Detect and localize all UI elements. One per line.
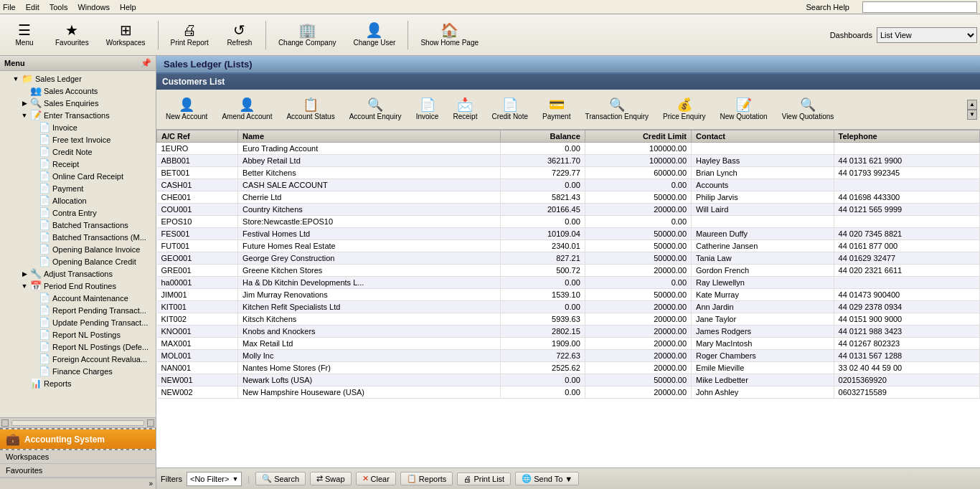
show-home-page-button[interactable]: 🏠 Show Home Page bbox=[413, 17, 486, 53]
favourites-button[interactable]: ★ Favourites bbox=[47, 17, 97, 53]
sidebar-item-adjust-transactions[interactable]: ▶ 🔧 Adjust Transactions bbox=[0, 267, 156, 280]
table-row[interactable]: ABB001 Abbey Retail Ltd 36211.70 100000.… bbox=[157, 155, 980, 167]
swap-button[interactable]: ⇄ Swap bbox=[310, 472, 352, 485]
sidebar-item-credit-note[interactable]: 📄 Credit Note bbox=[0, 146, 156, 158]
table-row[interactable]: NEW002 New Hampshire Houseware (USA) 0.0… bbox=[157, 386, 980, 399]
table-row[interactable]: GRE001 Greene Kitchen Stores 500.72 2000… bbox=[157, 265, 980, 277]
payment-button[interactable]: 💳 Payment bbox=[536, 92, 577, 128]
sidebar-item-opening-balance-credit[interactable]: 📄 Opening Balance Credit bbox=[0, 255, 156, 267]
sidebar-item-report-nl-postings-defe[interactable]: 📄 Report NL Postings (Defe... bbox=[0, 341, 156, 353]
menu-help[interactable]: Help bbox=[120, 3, 136, 11]
receipt-button[interactable]: 📩 Receipt bbox=[447, 92, 484, 128]
change-company-button[interactable]: 🏢 Change Company bbox=[270, 17, 344, 53]
sidebar-item-update-pending-transact[interactable]: 📄 Update Pending Transact... bbox=[0, 316, 156, 328]
cell-ac-ref: COU001 bbox=[157, 204, 238, 216]
table-row[interactable]: MAX001 Max Retail Ltd 1909.00 20000.00 M… bbox=[157, 338, 980, 350]
new-account-button[interactable]: 👤 New Account bbox=[159, 92, 214, 128]
workspaces-nav[interactable]: Workspaces bbox=[0, 450, 156, 464]
sidebar-expand[interactable]: » bbox=[0, 478, 156, 489]
accounting-system-item[interactable]: 💼 Accounting System bbox=[0, 429, 156, 449]
sidebar-pin[interactable]: 📌 bbox=[141, 58, 151, 68]
table-row[interactable]: KIT001 Kitchen Refit Specialists Ltd 0.0… bbox=[157, 301, 980, 313]
scroll-left-btn[interactable] bbox=[1, 419, 9, 427]
sidebar-item-report-pending-transact[interactable]: 📄 Report Pending Transact... bbox=[0, 304, 156, 316]
sidebar-item-foreign-account-revalua[interactable]: 📄 Foreign Account Revalua... bbox=[0, 353, 156, 365]
col-name[interactable]: Name bbox=[238, 130, 501, 143]
clear-button[interactable]: ✕ Clear bbox=[356, 472, 396, 485]
table-row[interactable]: NEW001 Newark Lofts (USA) 0.00 50000.00 … bbox=[157, 374, 980, 386]
table-row[interactable]: ha00001 Ha & Db Kitchin Developments L..… bbox=[157, 277, 980, 289]
table-row[interactable]: KIT002 Kitsch Kitchens 5939.63 20000.00 … bbox=[157, 313, 980, 326]
col-contact[interactable]: Contact bbox=[692, 130, 834, 143]
print-list-button[interactable]: 🖨 Print List bbox=[457, 473, 511, 485]
col-credit-limit[interactable]: Credit Limit bbox=[585, 130, 691, 143]
col-telephone[interactable]: Telephone bbox=[834, 130, 979, 143]
sidebar-item-payment[interactable]: 📄 Payment bbox=[0, 182, 156, 194]
change-user-button[interactable]: 👤 Change User bbox=[346, 17, 404, 53]
search-help-input[interactable] bbox=[862, 1, 977, 13]
sidebar-hscrollbar[interactable] bbox=[0, 417, 156, 427]
menu-button[interactable]: ☰ Menu bbox=[3, 17, 46, 53]
sidebar-item-batched-transactions[interactable]: 📄 Batched Transactions bbox=[0, 219, 156, 231]
table-row[interactable]: NAN001 Nantes Home Stores (Fr) 2525.62 2… bbox=[157, 362, 980, 374]
transaction-enquiry-button[interactable]: 🔍 Transaction Enquiry bbox=[578, 92, 655, 128]
menu-tools[interactable]: Tools bbox=[50, 3, 68, 11]
menu-file[interactable]: File bbox=[3, 3, 16, 11]
sidebar-item-receipt[interactable]: 📄 Receipt bbox=[0, 158, 156, 170]
col-ac-ref[interactable]: A/C Ref bbox=[157, 130, 238, 143]
scroll-down-btn[interactable]: ▼ bbox=[967, 110, 977, 120]
table-row[interactable]: JIM001 Jim Murray Renovations 1539.10 50… bbox=[157, 289, 980, 301]
table-row[interactable]: CHE001 Cherrie Ltd 5821.43 50000.00 Phil… bbox=[157, 191, 980, 204]
workspaces-button[interactable]: ⊞ Workspaces bbox=[98, 17, 154, 53]
scroll-track[interactable] bbox=[11, 420, 144, 426]
table-row[interactable]: CASH01 CASH SALE ACCOUNT 0.00 0.00 Accou… bbox=[157, 179, 980, 191]
sidebar-item-enter-transactions[interactable]: ▼ 📝 Enter Transactions bbox=[0, 109, 156, 121]
refresh-button[interactable]: ↺ Refresh bbox=[218, 17, 261, 53]
sidebar-item-sales-accounts[interactable]: 👥 Sales Accounts bbox=[0, 85, 156, 97]
sidebar-item-sales-ledger[interactable]: ▼ 📁 Sales Ledger bbox=[0, 72, 156, 85]
menu-edit[interactable]: Edit bbox=[26, 3, 39, 11]
price-enquiry-button[interactable]: 💰 Price Enquiry bbox=[656, 92, 712, 128]
print-report-button[interactable]: 🖨 Print Report bbox=[163, 17, 217, 53]
sidebar-item-free-text-invoice[interactable]: 📄 Free text Invoice bbox=[0, 133, 156, 146]
sidebar-item-reports[interactable]: 📊 Reports bbox=[0, 377, 156, 389]
sidebar-item-online-card-receipt[interactable]: 📄 Online Card Receipt bbox=[0, 170, 156, 182]
sidebar-item-batched-transactions-m[interactable]: 📄 Batched Transactions (M... bbox=[0, 231, 156, 243]
sidebar-item-finance-charges[interactable]: 📄 Finance Charges bbox=[0, 365, 156, 377]
scroll-up-btn[interactable]: ▲ bbox=[967, 100, 977, 110]
favourites-nav[interactable]: Favourites bbox=[0, 464, 156, 478]
filter-dropdown[interactable]: <No Filter> ▼ bbox=[187, 472, 242, 486]
new-quotation-button[interactable]: 📝 New Quotation bbox=[714, 92, 774, 128]
table-row[interactable]: BET001 Better Kitchens 7229.77 60000.00 … bbox=[157, 167, 980, 179]
scroll-right-btn[interactable] bbox=[147, 419, 154, 427]
search-button[interactable]: 🔍 Search bbox=[255, 472, 306, 485]
sidebar-item-sales-enquiries[interactable]: ▶ 🔍 Sales Enquiries bbox=[0, 97, 156, 109]
table-row[interactable]: 1EURO Euro Trading Account 0.00 100000.0… bbox=[157, 143, 980, 155]
table-row[interactable]: EPOS10 Store:Newcastle:EPOS10 0.00 0.00 bbox=[157, 216, 980, 228]
sidebar-item-account-maintenance[interactable]: 📄 Account Maintenance bbox=[0, 292, 156, 304]
sidebar-item-contra-entry[interactable]: 📄 Contra Entry bbox=[0, 206, 156, 219]
table-row[interactable]: MOL001 Molly Inc 722.63 20000.00 Roger C… bbox=[157, 350, 980, 362]
table-row[interactable]: GEO001 George Grey Construction 827.21 5… bbox=[157, 252, 980, 265]
sidebar-item-allocation[interactable]: 📄 Allocation bbox=[0, 194, 156, 206]
send-to-button[interactable]: 🌐 Send To ▼ bbox=[515, 472, 579, 485]
table-row[interactable]: FUT001 Future Homes Real Estate 2340.01 … bbox=[157, 240, 980, 252]
menu-windows[interactable]: Windows bbox=[77, 3, 110, 11]
table-row[interactable]: FES001 Festival Homes Ltd 10109.04 50000… bbox=[157, 228, 980, 240]
cell-name: Greene Kitchen Stores bbox=[238, 265, 501, 277]
view-quotations-button[interactable]: 🔍 View Quotations bbox=[776, 92, 841, 128]
account-status-button[interactable]: 📋 Account Status bbox=[280, 92, 341, 128]
sidebar-item-period-end-routines[interactable]: ▼ 📅 Period End Routines bbox=[0, 280, 156, 292]
reports-button[interactable]: 📋 Reports bbox=[400, 472, 453, 485]
table-row[interactable]: KNO001 Knobs and Knockers 2802.15 20000.… bbox=[157, 326, 980, 338]
invoice-button[interactable]: 📄 Invoice bbox=[410, 92, 446, 128]
amend-account-button[interactable]: 👤 Amend Account bbox=[215, 92, 278, 128]
table-row[interactable]: COU001 Country Kitchens 20166.45 20000.0… bbox=[157, 204, 980, 216]
credit-note-button[interactable]: 📄 Credit Note bbox=[485, 92, 534, 128]
sidebar-item-opening-balance-invoice[interactable]: 📄 Opening Balance Invoice bbox=[0, 243, 156, 255]
col-balance[interactable]: Balance bbox=[501, 130, 585, 143]
dashboard-select[interactable]: List View bbox=[877, 27, 977, 43]
sidebar-item-invoice[interactable]: 📄 Invoice bbox=[0, 121, 156, 133]
account-enquiry-button[interactable]: 🔍 Account Enquiry bbox=[343, 92, 408, 128]
sidebar-item-report-nl-postings[interactable]: 📄 Report NL Postings bbox=[0, 328, 156, 341]
